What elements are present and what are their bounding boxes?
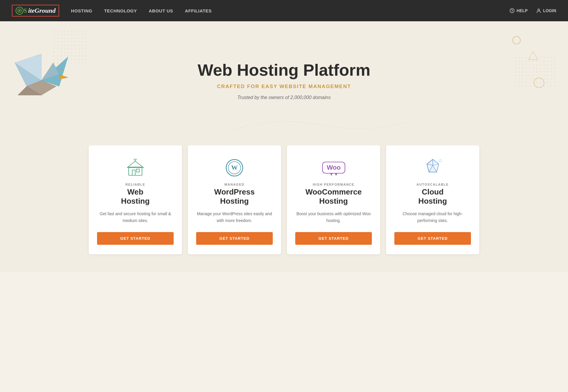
svg-point-2 — [19, 10, 20, 11]
hero-tagline: Trusted by the owners of 2,000,000 domai… — [237, 95, 330, 100]
svg-marker-30 — [335, 173, 337, 176]
svg-point-4 — [512, 12, 512, 12]
cloud-btn[interactable]: GET STARTED — [394, 232, 471, 245]
wordpress-hosting-card: W MANAGED WordPressHosting Manage your W… — [188, 145, 281, 254]
web-hosting-title: WebHosting — [121, 187, 150, 206]
svg-point-5 — [538, 9, 540, 11]
house-icon — [126, 159, 145, 176]
svg-text:Woo: Woo — [327, 164, 341, 171]
cloud-title: CloudHosting — [418, 187, 447, 206]
web-hosting-icon-area — [126, 157, 145, 178]
woo-icon: Woo — [322, 160, 346, 176]
cloud-label: AUTOSCALABLE — [417, 183, 449, 186]
question-circle-icon — [509, 8, 515, 13]
wordpress-btn[interactable]: GET STARTED — [196, 232, 273, 245]
cloud-hosting-card: AUTOSCALABLE CloudHosting Choose managed… — [386, 145, 479, 254]
deco-curve — [231, 116, 408, 134]
wordpress-title: WordPressHosting — [214, 187, 255, 206]
woocommerce-hosting-card: Woo HIGH PERFORMANCE WooCommerceHosting … — [287, 145, 380, 254]
wordpress-desc: Manage your WordPress sites easily and w… — [196, 210, 273, 224]
deco-circle-1 — [512, 36, 521, 44]
wordpress-label: MANAGED — [225, 183, 244, 186]
nav-links: HOSTING TECHNOLOGY ABOUT US AFFILIATES — [71, 8, 509, 13]
svg-marker-19 — [127, 161, 143, 168]
web-hosting-card: RELIABLE WebHosting Get fast and secure … — [89, 145, 182, 254]
wordpress-icon-area: W — [225, 157, 244, 178]
nav-login[interactable]: LOGIN — [536, 8, 556, 13]
svg-text:W: W — [231, 164, 238, 171]
nav-help[interactable]: HELP — [509, 8, 527, 13]
svg-marker-29 — [330, 173, 333, 176]
woo-desc: Boost your business with optimized Woo h… — [295, 210, 372, 224]
svg-rect-20 — [132, 170, 135, 175]
cards-grid: RELIABLE WebHosting Get fast and secure … — [89, 145, 479, 254]
woo-btn[interactable]: GET STARTED — [295, 232, 372, 245]
deco-circle-2 — [534, 77, 544, 88]
nav-technology[interactable]: TECHNOLOGY — [104, 8, 137, 13]
woo-icon-area: Woo — [322, 157, 346, 178]
svg-marker-37 — [439, 159, 442, 162]
web-hosting-btn[interactable]: GET STARTED — [97, 232, 174, 245]
woo-title: WooCommerceHosting — [305, 187, 362, 206]
cloud-icon-area — [422, 157, 443, 178]
hosting-cards-section: RELIABLE WebHosting Get fast and secure … — [0, 145, 568, 272]
nav-about-us[interactable]: ABOUT US — [149, 8, 173, 13]
web-hosting-desc: Get fast and secure hosting for small & … — [97, 210, 174, 224]
hero-subtitle: CRAFTED FOR EASY WEBSITE MANAGEMENT — [217, 84, 351, 90]
user-icon — [536, 8, 541, 13]
cloud-crystal-icon — [422, 159, 443, 176]
wordpress-icon: W — [225, 158, 244, 177]
hero-title: Web Hosting Platform — [198, 61, 370, 80]
cloud-desc: Choose managed cloud for high-performing… — [394, 210, 471, 224]
siteground-logo-icon — [15, 7, 24, 15]
hero-section: Web Hosting Platform CRAFTED FOR EASY WE… — [0, 21, 568, 145]
navbar: SiteGround HOSTING TECHNOLOGY ABOUT US A… — [0, 0, 568, 21]
help-label: HELP — [517, 8, 527, 13]
logo-text: SiteGround — [24, 7, 56, 14]
nav-affiliates[interactable]: AFFILIATES — [185, 8, 212, 13]
deco-triangle — [528, 51, 538, 61]
login-label: LOGIN — [543, 8, 556, 13]
woo-label: HIGH PERFORMANCE — [313, 183, 354, 186]
nav-hosting[interactable]: HOSTING — [71, 8, 92, 13]
web-hosting-label: RELIABLE — [125, 183, 145, 186]
origami-bird — [9, 39, 74, 99]
svg-marker-17 — [528, 51, 538, 60]
nav-right: HELP LOGIN — [509, 8, 556, 13]
svg-rect-21 — [136, 169, 139, 172]
logo-container[interactable]: SiteGround — [12, 5, 59, 17]
svg-marker-14 — [59, 74, 68, 79]
